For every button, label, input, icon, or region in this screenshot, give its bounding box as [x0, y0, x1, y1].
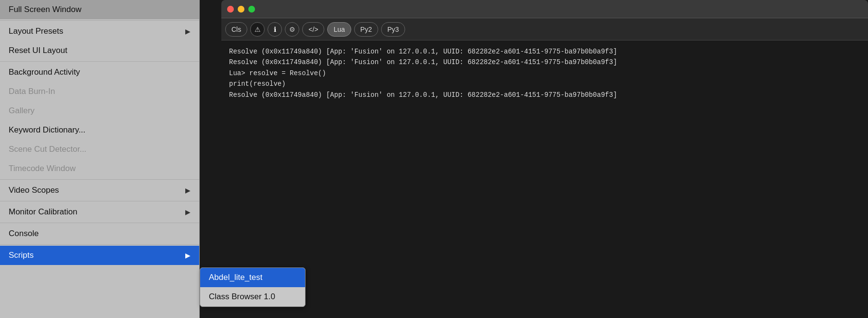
- window-titlebar: [221, 0, 868, 18]
- submenu-arrow-icon: ▶: [185, 252, 191, 259]
- menu-separator-video-scopes: [0, 201, 199, 201]
- menu-item-console[interactable]: Console: [0, 224, 199, 243]
- menu-separator-reset-ui-layout: [0, 61, 199, 62]
- lua-button[interactable]: Lua: [327, 22, 351, 37]
- submenu-item-class-browser[interactable]: Class Browser 1.0: [200, 287, 305, 306]
- menu-item-label-data-burn-in: Data Burn-In: [9, 87, 55, 96]
- menu-item-label-video-scopes: Video Scopes: [9, 186, 59, 195]
- menu-separator-console: [0, 244, 199, 245]
- close-button[interactable]: [227, 6, 234, 13]
- menu-item-video-scopes[interactable]: Video Scopes▶: [0, 181, 199, 200]
- maximize-button[interactable]: [248, 6, 255, 13]
- code-icon: </>: [308, 26, 318, 33]
- py3-button[interactable]: Py3: [381, 22, 405, 37]
- py2-button[interactable]: Py2: [354, 22, 378, 37]
- console-line: Resolve (0x0x11749a840) [App: 'Fusion' o…: [229, 90, 860, 100]
- menu-item-label-console: Console: [9, 229, 38, 238]
- console-line: Resolve (0x0x11749a840) [App: 'Fusion' o…: [229, 46, 860, 57]
- submenu-arrow-icon: ▶: [185, 186, 191, 194]
- menu-item-label-background-activity: Background Activity: [9, 67, 80, 77]
- warning-button[interactable]: ⚠: [250, 22, 265, 37]
- menu-item-gallery: Gallery: [0, 101, 199, 120]
- menu-item-label-full-screen-window: Full Screen Window: [9, 5, 81, 14]
- menu-item-label-timecode-window: Timecode Window: [9, 164, 76, 173]
- scripts-submenu: Abdel_lite_testClass Browser 1.0: [200, 267, 306, 307]
- menu-item-keyword-dictionary[interactable]: Keyword Dictionary...: [0, 120, 199, 140]
- info-button[interactable]: ℹ: [268, 22, 282, 37]
- menu-panel: Full Screen WindowLayout Presets▶Reset U…: [0, 0, 200, 318]
- menu-item-reset-ui-layout[interactable]: Reset UI Layout: [0, 41, 199, 60]
- menu-item-timecode-window: Timecode Window: [0, 159, 199, 178]
- menu-item-full-screen-window[interactable]: Full Screen Window: [0, 0, 199, 19]
- menu-item-label-layout-presets: Layout Presets: [9, 26, 63, 36]
- menu-item-label-reset-ui-layout: Reset UI Layout: [9, 46, 67, 55]
- console-window: Cls ⚠ ℹ ⚙ </> Lua Py2 Py3 Resolve (0x0x1…: [221, 0, 868, 318]
- console-line: print(resolve): [229, 79, 860, 89]
- menu-separator-full-screen-window: [0, 20, 199, 21]
- console-output: Resolve (0x0x11749a840) [App: 'Fusion' o…: [221, 40, 868, 318]
- minimize-button[interactable]: [238, 6, 244, 13]
- submenu-item-abdel-lite-test[interactable]: Abdel_lite_test: [200, 268, 305, 287]
- info-icon: ℹ: [274, 26, 276, 33]
- menu-item-label-scripts: Scripts: [9, 251, 34, 260]
- menu-item-label-keyword-dictionary: Keyword Dictionary...: [9, 125, 85, 135]
- submenu-arrow-icon: ▶: [185, 27, 191, 35]
- traffic-lights: [227, 6, 255, 13]
- gear-icon: ⚙: [289, 26, 295, 33]
- menu-item-scripts[interactable]: Scripts▶: [0, 246, 199, 265]
- console-toolbar: Cls ⚠ ℹ ⚙ </> Lua Py2 Py3: [221, 18, 868, 40]
- menu-separator-timecode-window: [0, 179, 199, 180]
- menu-item-label-gallery: Gallery: [9, 106, 35, 116]
- code-button[interactable]: </>: [302, 22, 324, 37]
- menu-item-label-monitor-calibration: Monitor Calibration: [9, 207, 77, 217]
- warning-icon: ⚠: [255, 26, 261, 33]
- menu-item-monitor-calibration[interactable]: Monitor Calibration▶: [0, 202, 199, 222]
- menu-item-label-scene-cut-detector: Scene Cut Detector...: [9, 145, 87, 154]
- submenu-arrow-icon: ▶: [185, 208, 191, 216]
- menu-item-data-burn-in: Data Burn-In: [0, 82, 199, 101]
- menu-item-layout-presets[interactable]: Layout Presets▶: [0, 22, 199, 41]
- console-line: Resolve (0x0x11749a840) [App: 'Fusion' o…: [229, 57, 860, 67]
- menu-separator-monitor-calibration: [0, 223, 199, 223]
- menu-item-background-activity[interactable]: Background Activity: [0, 63, 199, 82]
- console-line: Lua> resolve = Resolve(): [229, 68, 860, 79]
- menu-item-scene-cut-detector: Scene Cut Detector...: [0, 140, 199, 159]
- gear-button[interactable]: ⚙: [285, 22, 299, 37]
- cls-button[interactable]: Cls: [225, 22, 247, 37]
